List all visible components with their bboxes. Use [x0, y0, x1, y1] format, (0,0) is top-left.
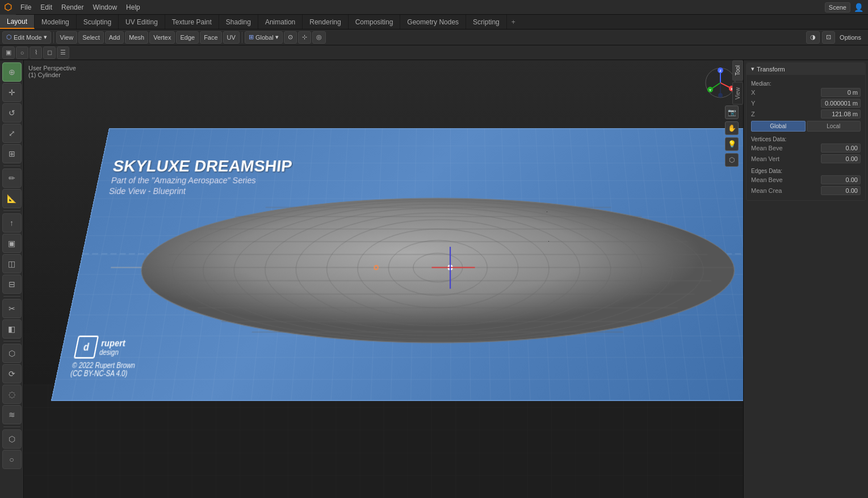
svg-point-41	[718, 93, 723, 98]
menu-file[interactable]: File	[16, 0, 36, 14]
add-workspace-tab[interactable]: +	[507, 15, 520, 29]
cursor-tool[interactable]: ⊕	[2, 62, 22, 82]
tab-rendering[interactable]: Rendering	[303, 15, 348, 29]
annotate-tool[interactable]: ✏	[2, 168, 22, 188]
edges-header: Edges Data:	[751, 168, 861, 174]
mesh-menu[interactable]: Mesh	[125, 31, 148, 44]
user-avatar[interactable]: 👤	[854, 3, 863, 12]
tab-layout[interactable]: Layout	[0, 15, 35, 29]
scene-selector[interactable]: Scene	[825, 2, 850, 12]
measure-tool[interactable]: 📐	[2, 189, 22, 208]
light-btn[interactable]: 💡	[725, 137, 739, 151]
mode-selector[interactable]: ⬡ Edit Mode ▾	[2, 31, 51, 44]
mean-beve-edge-label: Mean Beve	[751, 176, 819, 183]
mean-crea-label: Mean Crea	[751, 187, 819, 194]
proportional-btn[interactable]: ◎	[312, 31, 326, 44]
move-tool[interactable]: ✛	[2, 83, 22, 102]
tab-scripting[interactable]: Scripting	[466, 15, 507, 29]
z-value[interactable]: 121.08 m	[821, 109, 861, 119]
menu-window[interactable]: Window	[88, 0, 121, 14]
properties-panel: ▾ Transform Median: X 0 m Y 0.000001 m Z	[744, 60, 868, 498]
select-options-btn[interactable]: ☰	[57, 47, 69, 59]
transform-orientation[interactable]: ⊞ Global ▾	[245, 31, 283, 44]
vertex-menu[interactable]: Vertex	[149, 31, 175, 44]
right-panel: Tool View ▾ Transform Median: X 0 m Y	[743, 60, 868, 498]
select-all-btn[interactable]: ◻	[43, 47, 56, 59]
y-value[interactable]: 0.000001 m	[821, 99, 861, 108]
blender-logo[interactable]: ⬡	[0, 0, 16, 15]
spin-tool[interactable]: ⟳	[2, 364, 22, 383]
svg-rect-1	[24, 385, 743, 498]
viewport-shading[interactable]: ◑	[806, 31, 820, 44]
to-sphere-tool[interactable]: ○	[2, 450, 22, 469]
render-mode-btn[interactable]: ⬡	[725, 153, 739, 167]
view-menu[interactable]: View	[56, 31, 78, 44]
tool-separator-3	[3, 296, 20, 297]
tab-sculpting[interactable]: Sculpting	[77, 15, 119, 29]
tool-separator-4	[3, 341, 20, 341]
snapping-btn[interactable]: ⊹	[298, 31, 311, 44]
orientation-label: Global	[255, 34, 274, 41]
view-side-tab[interactable]: View	[732, 82, 743, 105]
extrude-tool[interactable]: ↑	[2, 213, 22, 233]
viewport-overlays[interactable]: ⊡	[822, 31, 835, 44]
3d-viewport[interactable]: SKYLUXE DREAMSHIP Part of the "Amazing A…	[24, 60, 743, 498]
left-toolbar: ⊕ ✛ ↺ ⤢ ⊞ ✏ 📐 ↑ ▣ ◫ ⊟ ✂ ◧ ⬡ ⟳ ◌ ≋ ⬡ ○	[0, 60, 24, 498]
transform-header[interactable]: ▾ Transform	[747, 63, 865, 75]
box-select-btn[interactable]: ▣	[2, 47, 15, 59]
local-toggle[interactable]: Local	[807, 121, 861, 132]
tool-side-tab[interactable]: Tool	[732, 60, 743, 81]
face-menu[interactable]: Face	[200, 31, 221, 44]
transform-tool[interactable]: ⊞	[2, 144, 22, 163]
mean-crea-value[interactable]: 0.00	[821, 186, 861, 195]
menu-render[interactable]: Render	[57, 0, 88, 14]
separator-2	[242, 32, 242, 43]
tab-modeling[interactable]: Modeling	[35, 15, 77, 29]
uv-menu[interactable]: UV	[223, 31, 240, 44]
poly-build-tool[interactable]: ⬡	[2, 344, 22, 363]
bisect-tool[interactable]: ◧	[2, 319, 22, 339]
pivot-btn[interactable]: ⊙	[284, 31, 297, 44]
tab-geometry-nodes[interactable]: Geometry Nodes	[400, 15, 466, 29]
menu-edit[interactable]: Edit	[36, 0, 57, 14]
overlays-icon: ⊡	[826, 33, 831, 41]
shear-tool[interactable]: ⬡	[2, 429, 22, 449]
bevel-tool[interactable]: ◫	[2, 254, 22, 273]
x-prop-row: X 0 m	[751, 88, 861, 97]
global-toggle[interactable]: Global	[751, 121, 806, 132]
mean-vert-value[interactable]: 0.00	[821, 154, 861, 163]
smooth-tool[interactable]: ◌	[2, 385, 22, 404]
main-layout: ⊕ ✛ ↺ ⤢ ⊞ ✏ 📐 ↑ ▣ ◫ ⊟ ✂ ◧ ⬡ ⟳ ◌ ≋ ⬡ ○	[0, 60, 868, 498]
rotate-tool[interactable]: ↺	[2, 103, 22, 123]
edge-menu[interactable]: Edge	[176, 31, 199, 44]
tab-animation[interactable]: Animation	[258, 15, 303, 29]
separator-1	[53, 32, 54, 43]
menu-help[interactable]: Help	[121, 0, 145, 14]
lasso-select-btn[interactable]: ⌇	[30, 47, 42, 59]
select-menu[interactable]: Select	[78, 31, 104, 44]
randomize-tool[interactable]: ≋	[2, 405, 22, 424]
transform-body: Median: X 0 m Y 0.000001 m Z 121.08 m G	[747, 75, 865, 200]
camera-btn[interactable]: 📷	[725, 105, 739, 119]
mean-beve-edge-value[interactable]: 0.00	[821, 175, 861, 184]
tab-shading[interactable]: Shading	[219, 15, 258, 29]
circle-select-btn[interactable]: ○	[16, 47, 28, 59]
mean-crea-row: Mean Crea 0.00	[751, 186, 861, 195]
orientation-icon: ⊞	[249, 33, 254, 41]
menu-bar: File Edit Render Window Help	[16, 0, 145, 14]
add-menu[interactable]: Add	[105, 31, 124, 44]
svg-point-4	[128, 199, 743, 343]
scale-tool[interactable]: ⤢	[2, 124, 22, 143]
x-value[interactable]: 0 m	[821, 88, 861, 97]
mean-beve-vert-value[interactable]: 0.00	[821, 144, 861, 153]
mode-label: Edit Mode	[14, 34, 42, 41]
tab-texture-paint[interactable]: Texture Paint	[165, 15, 219, 29]
x-label: X	[751, 89, 819, 96]
inset-tool[interactable]: ▣	[2, 234, 22, 253]
loop-cut-tool[interactable]: ⊟	[2, 275, 22, 294]
hand-tool-btn[interactable]: ✋	[725, 121, 739, 135]
options-label: Options	[840, 34, 861, 41]
knife-tool[interactable]: ✂	[2, 299, 22, 318]
tab-compositing[interactable]: Compositing	[349, 15, 401, 29]
tab-uv-editing[interactable]: UV Editing	[119, 15, 165, 29]
